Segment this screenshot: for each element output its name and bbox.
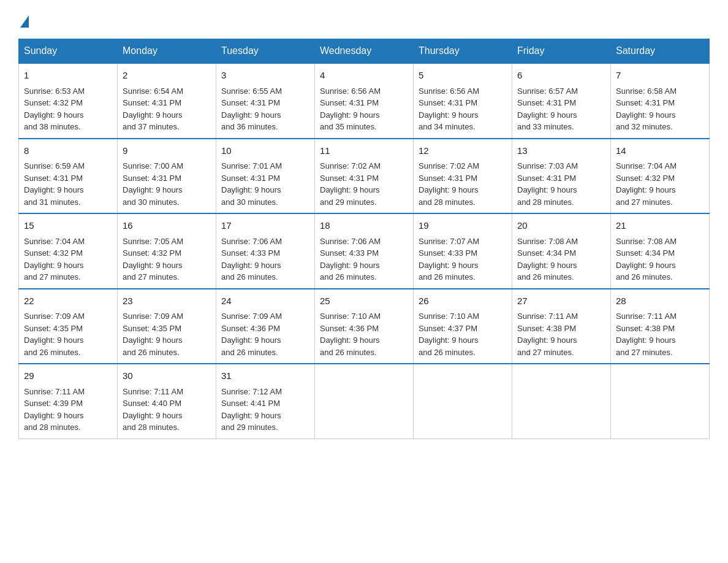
header-thursday: Thursday xyxy=(414,39,512,64)
calendar-day-17: 17Sunrise: 7:06 AMSunset: 4:33 PMDayligh… xyxy=(216,213,315,289)
day-number: 18 xyxy=(320,219,408,233)
calendar-week-4: 22Sunrise: 7:09 AMSunset: 4:35 PMDayligh… xyxy=(19,289,710,364)
calendar-day-20: 20Sunrise: 7:08 AMSunset: 4:34 PMDayligh… xyxy=(512,213,611,289)
day-info: Sunrise: 7:03 AMSunset: 4:31 PMDaylight:… xyxy=(517,160,605,208)
day-info: Sunrise: 7:09 AMSunset: 4:36 PMDaylight:… xyxy=(221,310,309,358)
day-number: 26 xyxy=(419,294,507,308)
day-info: Sunrise: 7:09 AMSunset: 4:35 PMDaylight:… xyxy=(123,310,211,358)
calendar-day-6: 6Sunrise: 6:57 AMSunset: 4:31 PMDaylight… xyxy=(512,63,611,139)
day-info: Sunrise: 7:07 AMSunset: 4:33 PMDaylight:… xyxy=(419,236,507,283)
day-number: 20 xyxy=(517,219,605,233)
day-info: Sunrise: 7:10 AMSunset: 4:37 PMDaylight:… xyxy=(419,310,507,358)
calendar-day-14: 14Sunrise: 7:04 AMSunset: 4:32 PMDayligh… xyxy=(611,139,710,214)
day-info: Sunrise: 6:57 AMSunset: 4:31 PMDaylight:… xyxy=(517,85,605,133)
day-info: Sunrise: 7:06 AMSunset: 4:33 PMDaylight:… xyxy=(320,236,408,283)
day-info: Sunrise: 7:12 AMSunset: 4:41 PMDaylight:… xyxy=(221,386,309,434)
calendar-day-21: 21Sunrise: 7:08 AMSunset: 4:34 PMDayligh… xyxy=(611,213,710,289)
day-number: 25 xyxy=(320,294,408,308)
day-info: Sunrise: 7:08 AMSunset: 4:34 PMDaylight:… xyxy=(616,236,704,283)
calendar-header-row: SundayMondayTuesdayWednesdayThursdayFrid… xyxy=(19,39,710,64)
header-wednesday: Wednesday xyxy=(315,39,414,64)
day-number: 6 xyxy=(517,69,605,83)
day-info: Sunrise: 6:53 AMSunset: 4:32 PMDaylight:… xyxy=(24,85,112,133)
day-number: 17 xyxy=(221,219,309,233)
day-number: 11 xyxy=(320,144,408,158)
calendar-week-3: 15Sunrise: 7:04 AMSunset: 4:32 PMDayligh… xyxy=(19,213,710,289)
header-saturday: Saturday xyxy=(611,39,710,64)
day-info: Sunrise: 6:56 AMSunset: 4:31 PMDaylight:… xyxy=(320,85,408,133)
day-info: Sunrise: 7:02 AMSunset: 4:31 PMDaylight:… xyxy=(320,160,408,208)
page-header xyxy=(18,12,710,26)
calendar-day-28: 28Sunrise: 7:11 AMSunset: 4:38 PMDayligh… xyxy=(611,289,710,364)
day-number: 16 xyxy=(123,219,211,233)
calendar-day-10: 10Sunrise: 7:01 AMSunset: 4:31 PMDayligh… xyxy=(216,139,315,214)
calendar-day-24: 24Sunrise: 7:09 AMSunset: 4:36 PMDayligh… xyxy=(216,289,315,364)
day-number: 2 xyxy=(123,69,211,83)
calendar-day-3: 3Sunrise: 6:55 AMSunset: 4:31 PMDaylight… xyxy=(216,63,315,139)
day-number: 14 xyxy=(616,144,704,158)
calendar-day-13: 13Sunrise: 7:03 AMSunset: 4:31 PMDayligh… xyxy=(512,139,611,214)
header-sunday: Sunday xyxy=(19,39,118,64)
calendar-day-7: 7Sunrise: 6:58 AMSunset: 4:31 PMDaylight… xyxy=(611,63,710,139)
day-number: 10 xyxy=(221,144,309,158)
day-number: 15 xyxy=(24,219,112,233)
header-monday: Monday xyxy=(118,39,216,64)
day-info: Sunrise: 7:11 AMSunset: 4:39 PMDaylight:… xyxy=(24,386,112,434)
day-info: Sunrise: 7:11 AMSunset: 4:38 PMDaylight:… xyxy=(616,310,704,358)
calendar-day-12: 12Sunrise: 7:02 AMSunset: 4:31 PMDayligh… xyxy=(414,139,512,214)
day-number: 12 xyxy=(419,144,507,158)
calendar-day-16: 16Sunrise: 7:05 AMSunset: 4:32 PMDayligh… xyxy=(118,213,216,289)
day-number: 7 xyxy=(616,69,704,83)
calendar-day-22: 22Sunrise: 7:09 AMSunset: 4:35 PMDayligh… xyxy=(19,289,118,364)
calendar-day-29: 29Sunrise: 7:11 AMSunset: 4:39 PMDayligh… xyxy=(19,364,118,439)
day-info: Sunrise: 7:06 AMSunset: 4:33 PMDaylight:… xyxy=(221,236,309,283)
calendar-empty-cell xyxy=(414,364,512,439)
day-info: Sunrise: 7:08 AMSunset: 4:34 PMDaylight:… xyxy=(517,236,605,283)
day-info: Sunrise: 6:59 AMSunset: 4:31 PMDaylight:… xyxy=(24,160,112,208)
day-info: Sunrise: 6:58 AMSunset: 4:31 PMDaylight:… xyxy=(616,85,704,133)
day-number: 9 xyxy=(123,144,211,158)
day-number: 21 xyxy=(616,219,704,233)
calendar-day-31: 31Sunrise: 7:12 AMSunset: 4:41 PMDayligh… xyxy=(216,364,315,439)
logo xyxy=(18,12,29,26)
day-number: 29 xyxy=(24,369,112,383)
day-info: Sunrise: 7:11 AMSunset: 4:38 PMDaylight:… xyxy=(517,310,605,358)
calendar-day-19: 19Sunrise: 7:07 AMSunset: 4:33 PMDayligh… xyxy=(414,213,512,289)
calendar-day-4: 4Sunrise: 6:56 AMSunset: 4:31 PMDaylight… xyxy=(315,63,414,139)
calendar-day-30: 30Sunrise: 7:11 AMSunset: 4:40 PMDayligh… xyxy=(118,364,216,439)
calendar-empty-cell xyxy=(611,364,710,439)
day-number: 22 xyxy=(24,294,112,308)
calendar-week-2: 8Sunrise: 6:59 AMSunset: 4:31 PMDaylight… xyxy=(19,139,710,214)
day-number: 31 xyxy=(221,369,309,383)
day-info: Sunrise: 7:05 AMSunset: 4:32 PMDaylight:… xyxy=(123,236,211,283)
day-info: Sunrise: 7:10 AMSunset: 4:36 PMDaylight:… xyxy=(320,310,408,358)
day-info: Sunrise: 7:09 AMSunset: 4:35 PMDaylight:… xyxy=(24,310,112,358)
day-info: Sunrise: 7:04 AMSunset: 4:32 PMDaylight:… xyxy=(616,160,704,208)
day-number: 8 xyxy=(24,144,112,158)
header-friday: Friday xyxy=(512,39,611,64)
day-number: 5 xyxy=(419,69,507,83)
calendar-empty-cell xyxy=(315,364,414,439)
calendar-day-2: 2Sunrise: 6:54 AMSunset: 4:31 PMDaylight… xyxy=(118,63,216,139)
day-info: Sunrise: 7:04 AMSunset: 4:32 PMDaylight:… xyxy=(24,236,112,283)
day-number: 19 xyxy=(419,219,507,233)
header-tuesday: Tuesday xyxy=(216,39,315,64)
day-number: 13 xyxy=(517,144,605,158)
calendar-week-1: 1Sunrise: 6:53 AMSunset: 4:32 PMDaylight… xyxy=(19,63,710,139)
day-number: 30 xyxy=(123,369,211,383)
day-info: Sunrise: 7:02 AMSunset: 4:31 PMDaylight:… xyxy=(419,160,507,208)
day-number: 28 xyxy=(616,294,704,308)
day-info: Sunrise: 7:01 AMSunset: 4:31 PMDaylight:… xyxy=(221,160,309,208)
calendar-day-8: 8Sunrise: 6:59 AMSunset: 4:31 PMDaylight… xyxy=(19,139,118,214)
calendar-empty-cell xyxy=(512,364,611,439)
logo-arrow-icon xyxy=(20,15,29,28)
day-number: 24 xyxy=(221,294,309,308)
calendar-day-23: 23Sunrise: 7:09 AMSunset: 4:35 PMDayligh… xyxy=(118,289,216,364)
calendar-day-15: 15Sunrise: 7:04 AMSunset: 4:32 PMDayligh… xyxy=(19,213,118,289)
day-info: Sunrise: 6:54 AMSunset: 4:31 PMDaylight:… xyxy=(123,85,211,133)
day-number: 23 xyxy=(123,294,211,308)
calendar-day-26: 26Sunrise: 7:10 AMSunset: 4:37 PMDayligh… xyxy=(414,289,512,364)
day-number: 3 xyxy=(221,69,309,83)
calendar-day-1: 1Sunrise: 6:53 AMSunset: 4:32 PMDaylight… xyxy=(19,63,118,139)
day-number: 1 xyxy=(24,69,112,83)
